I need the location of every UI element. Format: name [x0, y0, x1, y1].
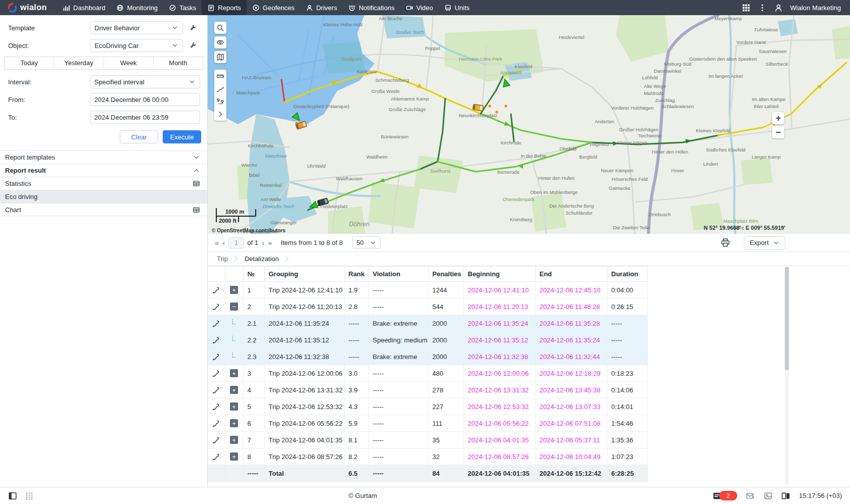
map-layers-button[interactable]	[214, 51, 226, 63]
expand-row-button[interactable]: +	[230, 386, 238, 394]
show-track-icon[interactable]	[212, 452, 221, 461]
map[interactable]: Kleines Hohe HolzAm BrucheMeyerskampFuhr…	[208, 15, 850, 234]
tab-yesterday[interactable]: Yesterday	[54, 57, 103, 69]
table-row[interactable]: +6Trip 2024-12-06 05:56:225.9-----111202…	[208, 415, 647, 432]
result-item-chart[interactable]: Chart	[0, 203, 207, 216]
export-button[interactable]: Export	[744, 236, 785, 249]
page-size-select[interactable]: 50	[352, 236, 381, 249]
tab-today[interactable]: Today	[5, 57, 54, 69]
table-row[interactable]: −2Trip 2024-12-06 11:20:132.8-----544202…	[208, 298, 647, 315]
execute-button[interactable]: Execute	[163, 130, 201, 143]
show-track-icon[interactable]	[212, 435, 221, 444]
expand-tools-icon[interactable]	[214, 109, 226, 119]
media-icon[interactable]	[764, 491, 773, 500]
table-row[interactable]: +4Trip 2024-12-06 13:31:323.9-----278202…	[208, 382, 647, 398]
wialon-logo[interactable]: wialon	[0, 0, 57, 15]
nav-item-label: Geofences	[263, 4, 295, 12]
next-page-button[interactable]: ›	[262, 239, 264, 246]
nav-item-reports[interactable]: Reports	[202, 0, 247, 15]
template-settings-icon[interactable]	[190, 24, 197, 32]
map-canvas[interactable]	[208, 15, 850, 234]
show-track-icon[interactable]	[212, 385, 221, 394]
nearest-units-icon[interactable]	[214, 96, 226, 107]
object-settings-icon[interactable]	[190, 42, 197, 49]
table-row[interactable]: +8Trip 2024-12-06 08:57:268.2-----322024…	[208, 448, 647, 465]
message-count-badge: 2	[719, 491, 737, 500]
table-row[interactable]: 2.22024-12-06 11:35:12-----Speeding: med…	[208, 332, 647, 348]
table-row[interactable]: +7Trip 2024-12-06 04:01:358.1-----352024…	[208, 432, 647, 448]
show-track-icon[interactable]	[212, 285, 221, 294]
tab-detalization[interactable]: Detalization	[240, 252, 282, 266]
table-scrollbar[interactable]	[785, 267, 789, 485]
result-item-eco-driving[interactable]: Eco driving	[0, 190, 207, 203]
measure-distance-icon[interactable]	[214, 71, 226, 81]
tab-month[interactable]: Month	[153, 57, 203, 69]
sent-mail-icon[interactable]	[746, 491, 755, 500]
track-tool-icon[interactable]	[214, 84, 226, 94]
show-track-icon[interactable]	[212, 302, 221, 311]
nav-item-monitoring[interactable]: Monitoring	[111, 0, 163, 15]
table-cell: 2024-12-06 11:46:28	[535, 298, 607, 315]
object-select[interactable]: EcoDriving Car	[90, 39, 183, 52]
nav-item-geofences[interactable]: Geofences	[247, 0, 300, 15]
interval-select[interactable]: Specified interval	[90, 75, 200, 88]
svg-text:2000 ft: 2000 ft	[219, 218, 237, 224]
tab-week[interactable]: Week	[104, 57, 153, 69]
scrollbar-thumb[interactable]	[785, 267, 789, 370]
show-track-icon[interactable]	[212, 402, 221, 411]
expand-row-button[interactable]: +	[230, 402, 238, 411]
nav-item-drivers[interactable]: Drivers	[300, 0, 343, 15]
show-track-icon[interactable]	[212, 369, 221, 378]
total-row[interactable]: -----Total6.5-----842024-12-06 04:01:352…	[208, 465, 647, 482]
apps-grid-icon[interactable]	[742, 4, 750, 12]
layout-icon[interactable]	[781, 491, 790, 500]
clear-button[interactable]: Clear	[120, 130, 158, 143]
expand-row-button[interactable]: +	[230, 436, 238, 444]
from-date-input[interactable]: 2024 December 06 00:00	[90, 93, 200, 106]
page-number-input[interactable]	[228, 237, 244, 248]
map-search-button[interactable]	[214, 22, 226, 34]
table-row[interactable]: +1Trip 2024-12-06 12:41:101.9-----124420…	[208, 282, 647, 298]
nav-item-video[interactable]: Video	[400, 0, 439, 15]
tab-trip[interactable]: Trip	[212, 252, 231, 266]
apps-dots-icon[interactable]	[25, 491, 34, 500]
zoom-out-button[interactable]: −	[772, 126, 784, 138]
nav-item-units[interactable]: Units	[439, 0, 476, 15]
expand-row-button[interactable]: +	[230, 369, 238, 377]
user-icon[interactable]	[774, 4, 783, 12]
nav-item-dashboard[interactable]: Dashboard	[57, 0, 111, 15]
collapse-row-button[interactable]: −	[230, 303, 238, 311]
expand-row-button[interactable]: +	[230, 286, 238, 294]
messages-indicator[interactable]: 2	[713, 491, 737, 500]
table-row[interactable]: 2.12024-12-06 11:35:24-----Brake: extrem…	[208, 315, 647, 332]
zoom-in-button[interactable]: +	[772, 112, 784, 124]
to-date-input[interactable]: 2024 December 06 23:59	[90, 111, 200, 124]
table-cell: 2024-12-06 04:01:35	[463, 432, 535, 448]
first-page-button[interactable]: «	[215, 239, 219, 246]
show-track-icon[interactable]	[212, 352, 221, 361]
column-header	[225, 267, 243, 282]
table-cell: 4	[243, 382, 264, 398]
collapse-panel-icon[interactable]	[8, 491, 17, 500]
show-track-icon[interactable]	[212, 419, 221, 428]
nav-item-notifications[interactable]: Notifications	[343, 0, 400, 15]
nav-item-label: Drivers	[316, 4, 337, 12]
result-item-statistics[interactable]: Statistics	[0, 177, 207, 190]
template-select[interactable]: Driver Behavior	[90, 21, 183, 34]
show-track-icon[interactable]	[212, 335, 221, 344]
section-report-templates[interactable]: Report templates	[0, 150, 207, 164]
expand-row-button[interactable]: +	[230, 452, 238, 461]
table-row[interactable]: +5Trip 2024-12-06 12:53:324.3-----227202…	[208, 398, 647, 415]
more-menu-icon[interactable]	[758, 4, 767, 12]
prev-page-button[interactable]: ‹	[222, 239, 225, 246]
show-track-icon[interactable]	[212, 319, 221, 328]
expand-row-button[interactable]: +	[230, 419, 238, 427]
nav-item-tasks[interactable]: Tasks	[163, 0, 202, 15]
last-page-button[interactable]: »	[268, 239, 272, 246]
print-button[interactable]	[721, 238, 730, 247]
map-visibility-button[interactable]	[214, 36, 226, 48]
user-name[interactable]: Wialon Marketing	[790, 4, 841, 12]
section-report-result[interactable]: Report result	[0, 164, 207, 177]
table-row[interactable]: +3Trip 2024-12-06 12:00:063.0-----480202…	[208, 365, 647, 382]
table-row[interactable]: 2.32024-12-06 11:32:38-----Brake: extrem…	[208, 348, 647, 365]
